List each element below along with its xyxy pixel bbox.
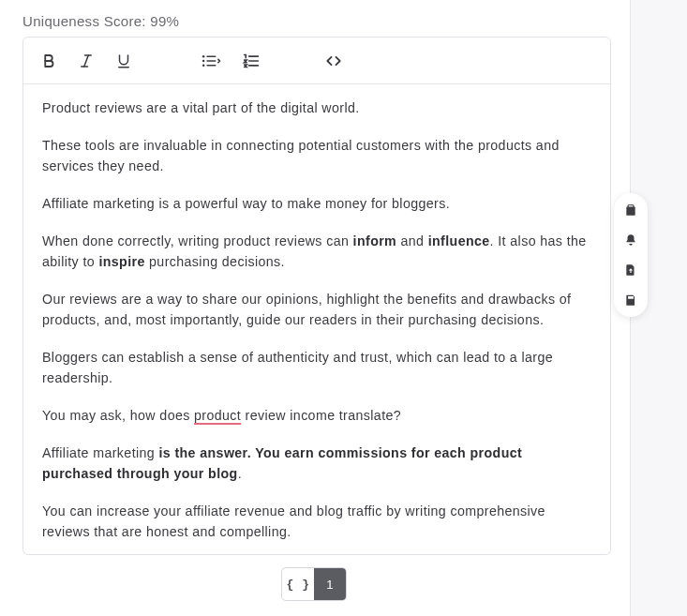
paragraph: Product reviews are a vital part of the …	[42, 98, 591, 118]
editor-body[interactable]: Product reviews are a vital part of the …	[23, 84, 610, 554]
clipboard-icon[interactable]	[621, 201, 640, 219]
text-run: Affiliate marketing	[42, 445, 158, 460]
paragraph: These tools are invaluable in connecting…	[42, 135, 591, 176]
bold-run: influence	[428, 233, 490, 248]
text-run: You may ask, how does	[42, 408, 194, 423]
paragraph: Affiliate marketing is a powerful way to…	[42, 193, 591, 214]
underline-button[interactable]	[106, 43, 142, 79]
editor-toolbar	[23, 38, 610, 84]
bold-run: inspire	[98, 254, 144, 269]
paragraph: When done correctly, writing product rev…	[42, 231, 591, 272]
uniqueness-score-label: Uniqueness Score: 99%	[0, 0, 630, 37]
svg-line-2	[84, 55, 89, 67]
pager-braces-button[interactable]: { }	[282, 568, 314, 600]
editor-body-wrap: Product reviews are a vital part of the …	[23, 84, 610, 554]
bold-run: inform	[353, 233, 397, 248]
bold-button[interactable]	[31, 43, 67, 79]
paragraph: You can increase your affiliate revenue …	[42, 501, 591, 542]
main-area: Uniqueness Score: 99%	[0, 0, 630, 616]
svg-point-5	[202, 59, 205, 62]
svg-point-6	[202, 64, 205, 67]
right-rail	[630, 0, 687, 616]
italic-button[interactable]	[68, 43, 104, 79]
download-icon[interactable]	[621, 261, 640, 279]
text-run: review income translate?	[241, 408, 401, 423]
paragraph: Bloggers can establish a sense of authen…	[42, 347, 591, 388]
ordered-list-button[interactable]	[233, 43, 269, 79]
paragraph: Our reviews are a way to share our opini…	[42, 289, 591, 330]
text-run: .	[238, 466, 242, 481]
svg-point-4	[202, 55, 205, 58]
editor-card: Product reviews are a vital part of the …	[22, 37, 611, 555]
paragraph: You may ask, how does product review inc…	[42, 405, 591, 426]
text-run: and	[396, 233, 428, 248]
code-view-button[interactable]	[316, 43, 351, 79]
rail-card	[614, 193, 648, 317]
text-run: purchasing decisions.	[145, 254, 285, 269]
pager-page-1[interactable]: 1	[314, 568, 346, 600]
pager: { } 1	[281, 567, 347, 601]
save-icon[interactable]	[621, 291, 640, 309]
paragraph: Affiliate marketing is the answer. You e…	[42, 443, 591, 484]
bell-icon[interactable]	[621, 231, 640, 249]
bullet-list-button[interactable]	[190, 43, 231, 79]
spellcheck-underline[interactable]: product	[194, 408, 241, 423]
text-run: When done correctly, writing product rev…	[42, 233, 353, 248]
